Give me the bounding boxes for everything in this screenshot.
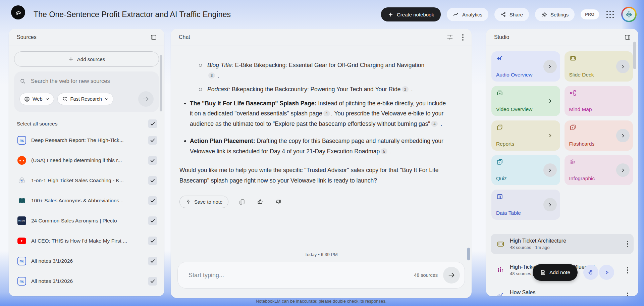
studio-scrollbar[interactable]: [633, 42, 636, 69]
add-note-button[interactable]: Add note: [533, 264, 578, 281]
chat-settings-icon[interactable]: [445, 33, 455, 42]
chevron-right-icon[interactable]: [543, 163, 557, 177]
submit-search-button[interactable]: [138, 91, 154, 107]
source-checkbox[interactable]: [148, 156, 157, 165]
chat-scrollbar[interactable]: [467, 248, 470, 260]
chat-menu-icon[interactable]: [460, 32, 466, 43]
chat-timestamp: Today • 6:39 PM: [171, 252, 472, 257]
audio-overview-icon: [496, 292, 505, 296]
chat-input-box[interactable]: 48 sources: [177, 262, 465, 289]
chevron-right-icon[interactable]: [616, 129, 630, 142]
note-row[interactable]: High Ticket Architecture 48 sources · 1m…: [491, 234, 634, 254]
sources-scrollbar[interactable]: [160, 55, 162, 111]
analytics-button[interactable]: Analytics: [447, 8, 488, 21]
settings-button[interactable]: Settings: [535, 8, 575, 21]
copy-icon[interactable]: [237, 197, 247, 207]
tile-audio-overview[interactable]: Audio Overview: [491, 51, 560, 82]
avatar[interactable]: [621, 7, 637, 22]
source-checkbox[interactable]: [148, 196, 157, 205]
page-title: The One-Sentence Profit Extractor and AI…: [34, 0, 231, 29]
add-sources-button[interactable]: Add sources: [14, 51, 159, 67]
citation-chip[interactable]: 3: [402, 86, 409, 92]
studio-panel-title: Studio: [494, 34, 509, 40]
chat-bullet: The "Buy It For Life Basecamp" Splash Pa…: [190, 98, 446, 129]
book-icon: [17, 196, 26, 205]
citation-chip[interactable]: 4: [323, 110, 330, 116]
source-checkbox[interactable]: [148, 277, 157, 286]
chat-input[interactable]: [188, 271, 414, 279]
source-checkbox[interactable]: [148, 136, 157, 145]
source-checkbox[interactable]: [148, 176, 157, 185]
collapse-panel-icon[interactable]: [623, 33, 632, 42]
collapse-panel-icon[interactable]: [149, 33, 158, 42]
chevron-right-icon[interactable]: [543, 94, 557, 108]
source-row[interactable]: m↓ All notes 3/1/2026: [9, 271, 164, 291]
play-icon: [603, 269, 610, 276]
chevron-right-icon[interactable]: [616, 163, 630, 177]
infographic-icon: [569, 159, 577, 165]
thumbs-up-icon[interactable]: [255, 197, 265, 207]
notebooklm-logo-icon[interactable]: [11, 5, 25, 19]
robot-avatar-icon: [625, 10, 633, 18]
chat-panel-title: Chat: [179, 34, 190, 40]
thumbs-down-icon[interactable]: [274, 197, 283, 207]
select-all-label: Select all sources: [17, 121, 57, 127]
tile-reports[interactable]: Reports: [491, 120, 560, 151]
search-input[interactable]: [30, 78, 154, 85]
tile-infographic[interactable]: Infographic: [565, 155, 633, 185]
citation-chip[interactable]: 4: [431, 121, 438, 127]
create-notebook-button[interactable]: Create notebook: [381, 7, 441, 21]
data-table-icon: [496, 193, 503, 200]
apps-grid-icon[interactable]: [605, 9, 615, 20]
video-overview-icon: [496, 90, 503, 96]
select-all-checkbox[interactable]: [148, 119, 157, 128]
note-menu-icon[interactable]: [625, 291, 630, 297]
tile-video-overview[interactable]: Video Overview: [491, 86, 560, 116]
tile-quiz[interactable]: ? Quiz: [491, 155, 560, 185]
tile-mind-map[interactable]: Mind Map: [565, 86, 633, 116]
source-row[interactable]: PLECTO 24 Common Sales Acronyms | Plecto: [9, 211, 164, 231]
tile-slide-deck[interactable]: Slide Deck: [565, 51, 633, 82]
note-menu-icon[interactable]: [625, 239, 630, 249]
chat-closing-paragraph: Would you like me to help you write the …: [179, 165, 446, 186]
source-checkbox[interactable]: [148, 257, 157, 265]
source-checkbox[interactable]: [148, 237, 157, 245]
tile-flashcards[interactable]: Flashcards: [565, 120, 633, 151]
plus-icon: [68, 56, 74, 62]
citation-chip[interactable]: 5: [381, 148, 387, 154]
source-row[interactable]: 100+ Sales Acronyms & Abbreviations...: [9, 191, 164, 211]
source-row[interactable]: m↓ Deep Research Report: The High-Tick..…: [9, 130, 164, 150]
send-button[interactable]: [443, 267, 460, 284]
chevron-right-icon[interactable]: [616, 60, 630, 73]
source-row[interactable]: m↓ All notes 3/1/2026: [9, 251, 164, 271]
save-to-note-button[interactable]: Save to note: [179, 196, 228, 208]
studio-panel: Studio Audio Overview Slide Deck Video O…: [486, 29, 638, 296]
infographic-icon: [496, 266, 505, 274]
chevron-right-icon[interactable]: [543, 60, 557, 73]
play-button[interactable]: [599, 265, 614, 280]
tile-data-table[interactable]: Data Table: [491, 190, 560, 220]
web-filter-dropdown[interactable]: Web: [19, 93, 54, 105]
citation-chip[interactable]: 3: [208, 72, 215, 79]
source-row[interactable]: AI CEO: THIS is How I'd Make My First ..…: [9, 231, 164, 251]
youtube-icon: [17, 237, 26, 245]
svg-text:?: ?: [498, 161, 500, 164]
chevron-right-icon[interactable]: [543, 198, 557, 211]
chat-sub-bullet: Podcast: Bikepacking the Backcountry: Po…: [207, 84, 425, 95]
chat-message-area: Blog Title: E-Bike Bikepacking: Essentia…: [171, 46, 472, 298]
source-checkbox[interactable]: [148, 216, 157, 225]
source-row[interactable]: 1-on-1 High Ticket Sales Coaching - K...: [9, 170, 164, 191]
share-button[interactable]: Share: [494, 8, 529, 21]
slide-deck-icon: [569, 55, 577, 62]
research-mode-dropdown[interactable]: Fast Research: [57, 93, 113, 105]
source-row[interactable]: (USA) I need help determining if this r.…: [9, 150, 164, 170]
note-menu-icon[interactable]: [625, 265, 630, 275]
pro-badge: PRO: [581, 9, 599, 19]
sources-panel: Sources Add sources Web Fast Research: [9, 29, 164, 296]
chevron-right-icon[interactable]: [543, 129, 557, 142]
reports-icon: [496, 124, 503, 131]
note-row[interactable]: How Sales 48 sources: [491, 286, 634, 296]
interactive-mode-button[interactable]: [583, 265, 598, 280]
mind-map-icon: [569, 90, 577, 96]
pin-icon: [185, 199, 191, 205]
